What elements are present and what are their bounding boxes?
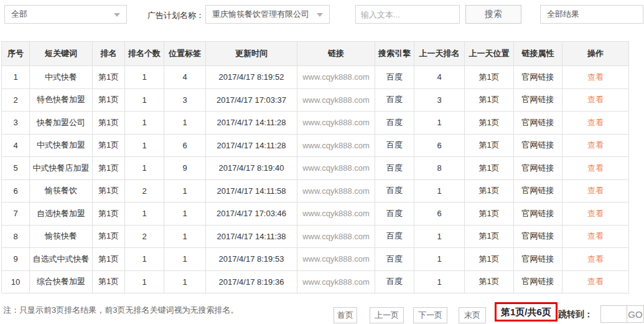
view-link[interactable]: 查看 xyxy=(587,209,604,218)
go-button[interactable]: GO xyxy=(627,306,643,322)
cell-search-engine: 百度 xyxy=(375,88,414,112)
cell-rank: 第1页 xyxy=(93,134,125,157)
cell-keyword: 中式快餐 xyxy=(30,66,93,89)
cell-index: 10 xyxy=(2,270,30,293)
prev-page-button[interactable]: 上一页 xyxy=(370,307,404,323)
cell-position-label: 9 xyxy=(164,157,206,180)
cell-rank: 第1页 xyxy=(93,66,125,89)
cell-prev-rank: 3 xyxy=(414,88,465,112)
cell-action: 查看 xyxy=(562,179,629,202)
cell-prev-rank: 8 xyxy=(414,157,465,180)
cell-link-attr: 官网链接 xyxy=(514,134,562,157)
cell-rank: 第1页 xyxy=(93,202,125,226)
table-row: 7自选快餐加盟第1页112017/4/17 17:03:46www.cqyk88… xyxy=(2,202,629,226)
cell-keyword: 特色快餐加盟 xyxy=(30,88,93,112)
jump-page-group: GO xyxy=(600,305,644,323)
cell-prev-rank: 1 xyxy=(414,225,465,248)
cell-rank: 第1页 xyxy=(93,225,125,248)
view-link[interactable]: 查看 xyxy=(587,95,604,104)
cell-index: 4 xyxy=(2,134,30,157)
cell-keyword: 中式快餐加盟 xyxy=(30,134,93,157)
cell-rank-count: 2 xyxy=(125,225,164,248)
cell-prev-rank: 1 xyxy=(414,112,465,135)
cell-rank-count: 1 xyxy=(125,270,164,293)
cell-rank-count: 1 xyxy=(125,112,164,135)
cell-action: 查看 xyxy=(562,225,629,248)
jump-page-input[interactable] xyxy=(601,306,627,322)
column-header: 链接属性 xyxy=(514,42,562,66)
column-header: 更新时间 xyxy=(206,42,297,66)
result-filter-select[interactable]: 全部结果 xyxy=(540,5,643,24)
cell-link: www.cqyk888.com xyxy=(297,157,375,180)
column-header: 排名个数 xyxy=(125,42,164,66)
view-link[interactable]: 查看 xyxy=(587,254,604,264)
column-header: 链接 xyxy=(297,42,375,66)
cell-index: 1 xyxy=(2,66,30,89)
cell-prev-position: 第1页 xyxy=(465,112,514,135)
cell-link-attr: 官网链接 xyxy=(514,66,562,89)
table-row: 5中式快餐店加盟第1页192017/4/17 8:19:40www.cqyk88… xyxy=(2,157,629,180)
plan-select[interactable]: 重庆愉筷餐饮管理有限公司 xyxy=(205,5,330,24)
view-link[interactable]: 查看 xyxy=(587,186,604,195)
cell-prev-position: 第1页 xyxy=(465,88,514,112)
last-page-button[interactable]: 末页 xyxy=(459,307,486,323)
plan-select-value: 重庆愉筷餐饮管理有限公司 xyxy=(212,9,309,20)
cell-search-engine: 百度 xyxy=(375,157,414,180)
cell-prev-rank: 1 xyxy=(414,270,465,293)
cell-index: 2 xyxy=(2,88,30,112)
table-row: 8愉筷快餐第1页212017/4/17 14:11:38www.cqyk888.… xyxy=(2,225,629,248)
cell-action: 查看 xyxy=(562,88,629,112)
page-indicator: 第1页/共6页 xyxy=(495,302,558,322)
chevron-down-icon xyxy=(114,13,120,17)
next-page-button[interactable]: 下一页 xyxy=(413,307,447,323)
cell-link: www.cqyk888.com xyxy=(297,134,375,157)
cell-position-label: 1 xyxy=(164,202,206,226)
cell-rank: 第1页 xyxy=(93,270,125,293)
cell-keyword: 愉筷餐饮 xyxy=(30,179,93,202)
cell-update-time: 2017/4/17 8:19:36 xyxy=(206,270,297,293)
cell-keyword: 快餐加盟公司 xyxy=(30,112,93,135)
cell-keyword: 自选快餐加盟 xyxy=(30,202,93,226)
cell-search-engine: 百度 xyxy=(375,134,414,157)
cell-keyword: 自选式中式快餐 xyxy=(30,248,93,271)
view-link[interactable]: 查看 xyxy=(587,118,604,127)
view-link[interactable]: 查看 xyxy=(587,277,604,286)
cell-prev-rank: 4 xyxy=(414,66,465,89)
search-button[interactable]: 搜索 xyxy=(465,5,521,24)
table-row: 6愉筷餐饮第1页212017/4/17 14:11:58www.cqyk888.… xyxy=(2,179,629,202)
column-header: 搜索引擎 xyxy=(375,42,414,66)
cell-index: 5 xyxy=(2,157,30,180)
cell-keyword: 中式快餐店加盟 xyxy=(30,157,93,180)
view-link[interactable]: 查看 xyxy=(587,140,604,150)
cell-prev-position: 第1页 xyxy=(465,248,514,271)
cell-update-time: 2017/4/17 14:11:38 xyxy=(206,225,297,248)
search-input[interactable] xyxy=(355,5,460,24)
cell-search-engine: 百度 xyxy=(375,112,414,135)
cell-index: 9 xyxy=(2,248,30,271)
cell-position-label: 1 xyxy=(164,112,206,135)
cell-rank-count: 1 xyxy=(125,88,164,112)
cell-action: 查看 xyxy=(562,112,629,135)
result-note: 注：只显示前3页排名结果，前3页无排名关键词视为无搜索排名。 xyxy=(3,305,238,316)
status-filter-select[interactable]: 全部 xyxy=(4,5,127,24)
view-link[interactable]: 查看 xyxy=(587,231,604,241)
cell-update-time: 2017/4/17 8:19:52 xyxy=(206,66,297,89)
column-header: 位置标签 xyxy=(164,42,206,66)
first-page-button[interactable]: 首页 xyxy=(334,307,357,323)
cell-search-engine: 百度 xyxy=(375,248,414,271)
cell-index: 7 xyxy=(2,202,30,226)
cell-rank: 第1页 xyxy=(93,248,125,271)
column-header: 短关键词 xyxy=(30,42,93,66)
result-filter-value: 全部结果 xyxy=(547,9,579,20)
cell-link: www.cqyk888.com xyxy=(297,179,375,202)
view-link[interactable]: 查看 xyxy=(587,72,604,82)
view-link[interactable]: 查看 xyxy=(587,163,604,173)
cell-rank-count: 1 xyxy=(125,248,164,271)
column-header: 序号 xyxy=(2,42,30,66)
cell-update-time: 2017/4/17 14:11:28 xyxy=(206,112,297,135)
cell-action: 查看 xyxy=(562,66,629,89)
cell-prev-position: 第1页 xyxy=(465,270,514,293)
cell-prev-position: 第1页 xyxy=(465,66,514,89)
column-header: 上一天排名 xyxy=(414,42,465,66)
cell-update-time: 2017/4/17 14:11:58 xyxy=(206,179,297,202)
